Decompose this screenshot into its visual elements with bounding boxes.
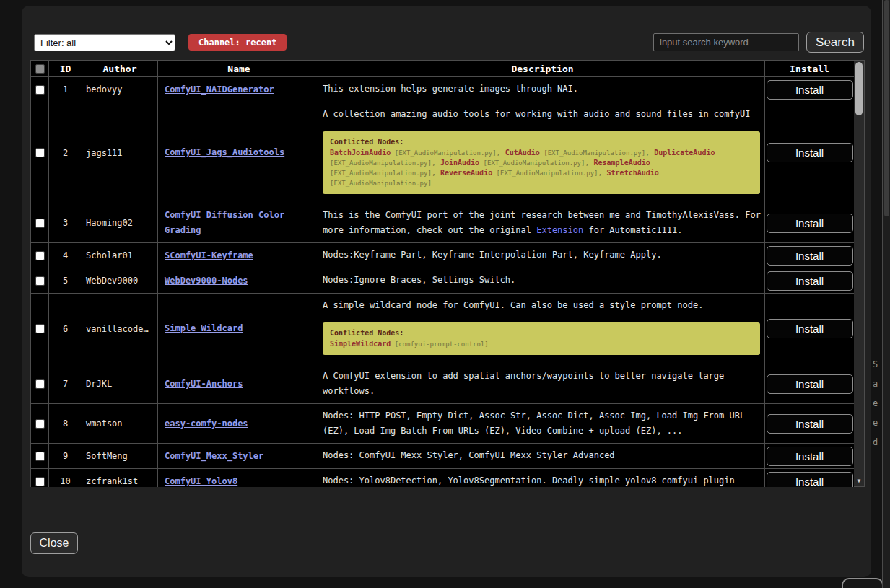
- conflict-warning: Conflicted Nodes: BatchJoinAudio [EXT_Au…: [323, 131, 760, 194]
- row-id: 10: [49, 469, 82, 488]
- row-description: Nodes: ComfyUI Mexx Styler, ComfyUI Mexx…: [320, 444, 765, 469]
- header-description: Description: [320, 61, 765, 77]
- install-button[interactable]: Install: [767, 374, 853, 394]
- install-button[interactable]: Install: [767, 447, 853, 466]
- node-name-link[interactable]: Simple Wildcard: [165, 323, 243, 333]
- row-author: bedovyy: [82, 77, 158, 102]
- node-name-link[interactable]: WebDev9000-Nodes: [165, 276, 248, 286]
- custom-nodes-table-area: ID Author Name Description Install 1 bed…: [30, 60, 865, 487]
- row-author: WebDev9000: [82, 268, 158, 294]
- row-description: Nodes:Keyframe Part, Keyframe Interpolat…: [320, 243, 765, 268]
- row-id: 4: [49, 243, 82, 268]
- header-id: ID: [49, 61, 82, 77]
- row-description: A simple wildcard node for ComfyUI. Can …: [320, 294, 765, 364]
- row-select-checkbox[interactable]: [35, 276, 45, 286]
- page-scrollbar-thumb[interactable]: [884, 0, 889, 216]
- row-id: 9: [49, 444, 82, 469]
- row-select-checkbox[interactable]: [35, 219, 45, 228]
- row-author: Haoming02: [82, 203, 158, 243]
- select-all-checkbox[interactable]: [35, 64, 45, 74]
- row-description: This is the ComfyUI port of the joint re…: [320, 203, 765, 243]
- install-button[interactable]: Install: [767, 319, 853, 338]
- row-select-checkbox[interactable]: [35, 251, 45, 260]
- node-name-link[interactable]: SComfyUI-Keyframe: [165, 250, 253, 260]
- row-id: 5: [49, 268, 82, 294]
- row-description: Nodes: Yolov8Detection, Yolov8Segmentati…: [320, 469, 765, 488]
- row-author: Scholar01: [82, 243, 158, 268]
- conflict-title: Conflicted Nodes:: [330, 328, 753, 338]
- table-scrollbar[interactable]: ▼: [854, 60, 865, 487]
- row-author: jags111: [82, 102, 158, 203]
- background-panel-corner: [842, 578, 884, 588]
- row-select-checkbox[interactable]: [35, 477, 45, 486]
- conflict-warning: Conflicted Nodes: SimpleWildcard [comfyu…: [323, 322, 760, 355]
- install-button[interactable]: Install: [767, 414, 853, 434]
- table-row: 7 DrJKL ComfyUI-Anchors A ComfyUI extens…: [31, 364, 855, 404]
- table-row: 8 wmatson easy-comfy-nodes Nodes: HTTP P…: [31, 404, 855, 444]
- table-header-row: ID Author Name Description Install: [31, 61, 855, 77]
- node-name-link[interactable]: ComfyUI_NAIDGenerator: [165, 84, 274, 95]
- conflict-title: Conflicted Nodes:: [330, 137, 753, 146]
- node-name-link[interactable]: ComfyUI_Jags_Audiotools: [165, 147, 284, 157]
- table-row: 3 Haoming02 ComfyUI Diffusion Color Grad…: [31, 203, 855, 243]
- node-name-link[interactable]: ComfyUI Yolov8: [165, 476, 237, 486]
- channel-badge[interactable]: Channel: recent: [188, 34, 287, 51]
- row-id: 7: [49, 364, 82, 404]
- row-description: Nodes: HTTP POST, Empty Dict, Assoc Str,…: [320, 404, 765, 444]
- row-select-checkbox[interactable]: [35, 324, 45, 333]
- filter-select[interactable]: Filter: all: [34, 34, 175, 51]
- node-name-link[interactable]: ComfyUI-Anchors: [165, 379, 243, 389]
- search-input[interactable]: [653, 33, 799, 51]
- node-name-link[interactable]: easy-comfy-nodes: [165, 418, 248, 429]
- table-row: 5 WebDev9000 WebDev9000-Nodes Nodes:Igno…: [31, 268, 855, 294]
- row-id: 3: [49, 203, 82, 243]
- table-scrollbar-thumb[interactable]: [855, 62, 863, 115]
- row-id: 6: [49, 294, 82, 364]
- header-select-cell: [31, 61, 49, 77]
- custom-nodes-table: ID Author Name Description Install 1 bed…: [30, 60, 854, 487]
- install-button[interactable]: Install: [767, 143, 853, 162]
- row-author: zcfrank1st: [82, 469, 158, 488]
- node-name-link[interactable]: ComfyUI Diffusion Color Grading: [165, 210, 284, 235]
- header-install: Install: [765, 61, 855, 77]
- header-author: Author: [82, 61, 158, 77]
- page-scrollbar[interactable]: [882, 0, 890, 588]
- close-button[interactable]: Close: [30, 532, 78, 554]
- install-button[interactable]: Install: [767, 214, 853, 233]
- install-button[interactable]: Install: [767, 472, 853, 488]
- table-row: 4 Scholar01 SComfyUI-Keyframe Nodes:Keyf…: [31, 243, 855, 268]
- conflict-items: SimpleWildcard [comfyui-prompt-control]: [330, 339, 753, 349]
- search-button[interactable]: Search: [806, 32, 864, 53]
- custom-nodes-dialog: Filter: all Channel: recent Search ID Au…: [22, 6, 871, 577]
- install-button[interactable]: Install: [767, 80, 853, 100]
- row-select-checkbox[interactable]: [35, 379, 45, 389]
- table-row: 9 SoftMeng ComfyUI_Mexx_Styler Nodes: Co…: [31, 444, 855, 469]
- table-row: 1 bedovyy ComfyUI_NAIDGenerator This ext…: [31, 77, 855, 102]
- row-author: SoftMeng: [82, 444, 158, 469]
- row-author: DrJKL: [82, 364, 158, 404]
- row-description: A collection amazing audio tools for wor…: [320, 102, 765, 203]
- node-name-link[interactable]: ComfyUI_Mexx_Styler: [165, 451, 263, 461]
- row-select-checkbox[interactable]: [35, 419, 45, 429]
- header-name: Name: [158, 61, 320, 77]
- table-row: 2 jags111 ComfyUI_Jags_Audiotools A coll…: [31, 102, 855, 203]
- occluded-background-text: S a e e d: [873, 359, 882, 457]
- row-select-checkbox[interactable]: [35, 85, 45, 95]
- install-button[interactable]: Install: [767, 271, 853, 291]
- row-description: A ComfyUI extension to add spatial ancho…: [320, 364, 765, 404]
- scrollbar-down-arrow-icon[interactable]: ▼: [854, 478, 864, 485]
- row-description: This extension helps generate images thr…: [320, 77, 765, 102]
- row-select-checkbox[interactable]: [35, 452, 45, 461]
- table-row: 6 vanillacode… Simple Wildcard A simple …: [31, 294, 855, 364]
- row-author: wmatson: [82, 404, 158, 444]
- extension-link[interactable]: Extension: [536, 225, 583, 235]
- conflict-items: BatchJoinAudio [EXT_AudioManipulation.py…: [330, 148, 753, 188]
- row-select-checkbox[interactable]: [35, 148, 45, 157]
- row-description: Nodes:Ignore Braces, Settings Switch.: [320, 268, 765, 294]
- row-id: 8: [49, 404, 82, 444]
- row-id: 1: [49, 77, 82, 102]
- install-button[interactable]: Install: [767, 246, 853, 266]
- table-row: 10 zcfrank1st ComfyUI Yolov8 Nodes: Yolo…: [31, 469, 855, 488]
- row-author: vanillacode…: [82, 294, 158, 364]
- row-id: 2: [49, 102, 82, 203]
